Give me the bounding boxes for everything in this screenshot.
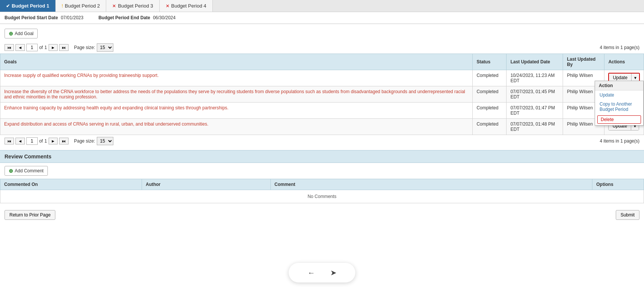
- next-page-button-bottom[interactable]: ►: [49, 138, 58, 144]
- start-date: Budget Period Start Date 07/01/2023: [5, 15, 83, 20]
- comments-table: Commented On Author Comment Options No C…: [0, 179, 644, 203]
- plus-icon: ⊕: [9, 168, 13, 174]
- last-updated-date-cell: 07/07/2023, 01:45 PM EDT: [507, 86, 563, 103]
- col-options: Options: [592, 179, 644, 190]
- pagination-info-bottom: 4 items in 1 page(s): [600, 138, 639, 144]
- page-input-bottom[interactable]: [26, 137, 38, 145]
- status-cell: Completed: [473, 70, 507, 86]
- goal-link[interactable]: Increase supply of qualified working CRN…: [4, 73, 159, 78]
- pagination-bottom: ⏮ ◄ of 1 ► ⏭ Page size: 15 25 50 4 items…: [0, 135, 644, 147]
- tab-budget-period-4[interactable]: ✕ Budget Period 4: [160, 0, 213, 12]
- table-row: Increase the diversity of the CRNA workf…: [0, 86, 644, 103]
- goal-link[interactable]: Enhance training capacity by addressing …: [4, 105, 229, 110]
- plus-icon: ⊕: [9, 31, 13, 37]
- goal-cell: Expand distribution and access of CRNAs …: [0, 119, 473, 135]
- col-commented-on: Commented On: [0, 179, 142, 190]
- tab-budget-period-3[interactable]: ✕ Budget Period 3: [106, 0, 159, 12]
- last-updated-date-cell: 10/24/2023, 11:23 AM EDT: [507, 70, 563, 86]
- action-dropdown-menu: ActionUpdateCopy to Another Budget Perio…: [595, 81, 644, 126]
- end-date: Budget Period End Date 06/30/2024: [98, 15, 175, 20]
- return-button[interactable]: Return to Prior Page: [5, 210, 55, 220]
- page-size-select-top[interactable]: 15 25 50: [97, 43, 113, 52]
- last-page-button[interactable]: ⏭: [59, 44, 69, 51]
- no-comments-text: No Comments: [0, 190, 644, 203]
- table-row: Increase supply of qualified working CRN…: [0, 70, 644, 86]
- comments-toolbar: ⊕ Add Comment: [0, 163, 644, 179]
- last-page-button-bottom[interactable]: ⏭: [59, 138, 69, 144]
- col-last-updated-date: Last Updated Date: [507, 54, 563, 70]
- goal-cell: Enhance training capacity by addressing …: [0, 103, 473, 119]
- x-icon: ✕: [112, 3, 116, 9]
- dropdown-menu-item-update[interactable]: Update: [595, 91, 643, 100]
- submit-button[interactable]: Submit: [616, 210, 639, 220]
- pagination-top: ⏮ ◄ of 1 ► ⏭ Page size: 15 25 50 4 items…: [0, 41, 644, 54]
- col-status: Status: [473, 54, 507, 70]
- col-last-updated-by: Last Updated By: [563, 54, 604, 70]
- tab-label: Budget Period 1: [12, 3, 49, 9]
- col-comment: Comment: [270, 179, 592, 190]
- goal-cell: Increase the diversity of the CRNA workf…: [0, 86, 473, 103]
- status-cell: Completed: [473, 86, 507, 103]
- first-page-button[interactable]: ⏮: [5, 44, 14, 51]
- goal-link[interactable]: Increase the diversity of the CRNA workf…: [4, 89, 465, 100]
- last-updated-date-cell: 07/07/2023, 01:47 PM EDT: [507, 103, 563, 119]
- status-cell: Completed: [473, 119, 507, 135]
- header-info: Budget Period Start Date 07/01/2023 Budg…: [0, 12, 644, 24]
- tab-label: Budget Period 3: [118, 3, 153, 9]
- goals-table: Goals Status Last Updated Date Last Upda…: [0, 54, 644, 135]
- footer-bar: Return to Prior Page Submit: [0, 206, 644, 224]
- col-actions: Actions: [604, 54, 644, 70]
- goal-link[interactable]: Expand distribution and access of CRNAs …: [4, 121, 208, 127]
- col-author: Author: [142, 179, 270, 190]
- dropdown-menu-item-delete[interactable]: Delete: [597, 115, 641, 124]
- table-row: Enhance training capacity by addressing …: [0, 103, 644, 119]
- prev-page-button[interactable]: ◄: [15, 44, 25, 51]
- next-page-button[interactable]: ►: [49, 44, 58, 51]
- tab-label: Budget Period 2: [65, 3, 100, 9]
- tab-budget-period-1[interactable]: ✔ Budget Period 1: [0, 0, 56, 12]
- tabs-bar: ✔ Budget Period 1 ! Budget Period 2 ✕ Bu…: [0, 0, 644, 12]
- dropdown-menu-item-copy-to-another-budget-period[interactable]: Copy to Another Budget Period: [595, 100, 643, 114]
- goals-table-wrapper: Goals Status Last Updated Date Last Upda…: [0, 54, 644, 135]
- page-size-select-bottom[interactable]: 15 25 50: [97, 137, 113, 145]
- add-goal-button[interactable]: ⊕ Add Goal: [5, 29, 38, 38]
- table-row: Expand distribution and access of CRNAs …: [0, 119, 644, 135]
- pagination-info-top: 4 items in 1 page(s): [600, 45, 639, 50]
- goal-cell: Increase supply of qualified working CRN…: [0, 70, 473, 86]
- dropdown-header: Action: [595, 81, 643, 91]
- last-updated-date-cell: 07/07/2023, 01:48 PM EDT: [507, 119, 563, 135]
- goal-toolbar: ⊕ Add Goal: [0, 26, 644, 41]
- tab-label: Budget Period 4: [171, 3, 206, 9]
- tab-budget-period-2[interactable]: ! Budget Period 2: [56, 0, 107, 12]
- prev-page-button-bottom[interactable]: ◄: [15, 138, 25, 144]
- col-goals: Goals: [0, 54, 473, 70]
- x-icon: ✕: [166, 3, 169, 9]
- action-cell: Update▼ActionUpdateCopy to Another Budge…: [604, 70, 644, 86]
- exclaim-icon: !: [62, 3, 63, 9]
- check-icon: ✔: [6, 3, 10, 9]
- page-input[interactable]: [26, 44, 38, 51]
- status-cell: Completed: [473, 103, 507, 119]
- first-page-button-bottom[interactable]: ⏮: [5, 138, 14, 144]
- no-comments-row: No Comments: [0, 190, 644, 203]
- add-comment-button[interactable]: ⊕ Add Comment: [5, 166, 48, 176]
- review-comments-header: Review Comments: [0, 150, 644, 163]
